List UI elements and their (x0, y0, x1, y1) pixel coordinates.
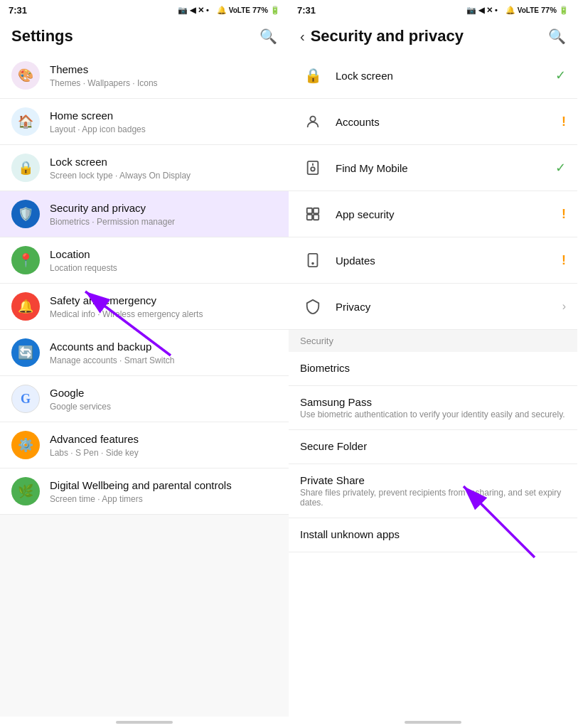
settings-item-themes[interactable]: 🎨 Themes Themes · Wallpapers · Icons (0, 53, 289, 99)
home-icon-circle: 🏠 (11, 107, 40, 136)
back-arrow-icon[interactable]: ‹ (300, 28, 305, 45)
advanced-title: Advanced features (50, 432, 277, 446)
samsung-pass-title: Samsung Pass (300, 396, 566, 408)
wellbeing-title: Digital Wellbeing and parental controls (50, 478, 277, 493)
safety-subtitle: Medical info · Wireless emergency alerts (50, 309, 277, 319)
security-item-privacy[interactable]: Privacy › (289, 284, 577, 330)
sec-accounts-icon (300, 109, 326, 134)
lock-title: Lock screen (50, 155, 277, 169)
security-item-find-mobile[interactable]: Find My Mobile ✓ (289, 145, 577, 191)
right-title: Security and privacy (311, 27, 464, 46)
home-title: Home screen (50, 109, 277, 123)
advanced-subtitle: Labs · S Pen · Side key (50, 448, 277, 458)
location-icon-circle: 📍 (11, 246, 40, 274)
location-text: Location Location requests (50, 247, 277, 273)
settings-item-safety[interactable]: 🔔 Safety and emergency Medical info · Wi… (0, 284, 289, 330)
sec-lock-icon: 🔒 (300, 63, 326, 88)
right-status-bar: 7:31 📷 ◀ ✕ • 🔔 VoLTE 77% 🔋 (289, 0, 577, 20)
accounts-backup-icon: 🔄 (18, 345, 33, 360)
safety-icon: 🔔 (18, 299, 33, 314)
settings-item-accounts-backup[interactable]: 🔄 Accounts and backup Manage accounts · … (0, 330, 289, 376)
left-bottom-bar (116, 721, 173, 724)
themes-icon-circle: 🎨 (11, 61, 40, 90)
secure-folder-title: Secure Folder (300, 440, 566, 452)
left-search-icon[interactable]: 🔍 (259, 28, 277, 45)
google-subtitle: Google services (50, 402, 277, 412)
security-text: Security and privacy Biometrics · Permis… (50, 201, 277, 227)
security-icon-circle: 🛡️ (11, 200, 40, 228)
right-panel: 7:31 📷 ◀ ✕ • 🔔 VoLTE 77% 🔋 ‹ Security an… (289, 0, 577, 728)
sec-app-security-title: App security (336, 208, 562, 220)
themes-title: Themes (50, 63, 277, 77)
sec-accounts-status: ! (562, 114, 566, 129)
sec-app-icon (300, 201, 326, 227)
settings-item-google[interactable]: G Google Google services (0, 376, 289, 422)
left-title: Settings (11, 27, 73, 46)
wellbeing-text: Digital Wellbeing and parental controls … (50, 478, 277, 504)
safety-text: Safety and emergency Medical info · Wire… (50, 294, 277, 319)
settings-item-home-screen[interactable]: 🏠 Home screen Layout · App icon badges (0, 99, 289, 145)
security-list: 🔒 Lock screen ✓ Accounts ! (289, 53, 577, 717)
security-item-updates[interactable]: Updates ! (289, 237, 577, 284)
right-header: ‹ Security and privacy 🔍 (289, 20, 577, 53)
advanced-text: Advanced features Labs · S Pen · Side ke… (50, 432, 277, 458)
security-section-header: Security (289, 330, 577, 352)
sec-lock-title: Lock screen (336, 70, 555, 82)
lock-subtitle: Screen lock type · Always On Display (50, 171, 277, 181)
svg-rect-7 (314, 208, 319, 213)
settings-item-advanced[interactable]: ⚙️ Advanced features Labs · S Pen · Side… (0, 422, 289, 469)
bio-item-install-unknown[interactable]: Install unknown apps (289, 518, 577, 552)
sec-privacy-chevron: › (562, 300, 566, 313)
wellbeing-subtitle: Screen time · App timers (50, 494, 277, 504)
security-title: Security and privacy (50, 201, 277, 215)
sec-app-security-status: ! (562, 207, 566, 222)
bio-item-private-share[interactable]: Private Share Share files privately, pre… (289, 464, 577, 518)
biometrics-title: Biometrics (300, 362, 566, 374)
security-icon: 🛡️ (18, 206, 33, 222)
security-item-app-security[interactable]: App security ! (289, 191, 577, 237)
left-panel: 7:31 📷 ◀ ✕ • 🔔 VoLTE 77% 🔋 Settings 🔍 🎨 … (0, 0, 289, 728)
security-item-lock-screen[interactable]: 🔒 Lock screen ✓ (289, 53, 577, 99)
right-header-back: ‹ Security and privacy (300, 27, 464, 46)
sec-updates-icon (300, 247, 326, 273)
security-subtitle: Biometrics · Permission manager (50, 217, 277, 227)
lock-icon-circle: 🔒 (11, 154, 40, 182)
left-header: Settings 🔍 (0, 20, 289, 53)
right-search-icon[interactable]: 🔍 (548, 28, 566, 45)
sec-find-title: Find My Mobile (336, 162, 555, 174)
accounts-backup-icon-circle: 🔄 (11, 338, 40, 367)
safety-title: Safety and emergency (50, 294, 277, 308)
svg-rect-9 (314, 215, 319, 220)
sec-find-status: ✓ (555, 160, 566, 176)
location-icon: 📍 (18, 252, 33, 268)
install-unknown-title: Install unknown apps (300, 528, 566, 540)
settings-item-lock-screen[interactable]: 🔒 Lock screen Screen lock type · Always … (0, 145, 289, 191)
google-icon-circle: G (11, 385, 40, 413)
right-time: 7:31 (297, 5, 316, 16)
location-subtitle: Location requests (50, 263, 277, 273)
settings-item-location[interactable]: 📍 Location Location requests (0, 237, 289, 284)
themes-subtitle: Themes · Wallpapers · Icons (50, 78, 277, 88)
sec-accounts-title: Accounts (336, 116, 562, 128)
security-item-accounts[interactable]: Accounts ! (289, 99, 577, 145)
bio-item-biometrics[interactable]: Biometrics (289, 352, 577, 386)
svg-point-11 (312, 263, 314, 264)
left-status-bar: 7:31 📷 ◀ ✕ • 🔔 VoLTE 77% 🔋 (0, 0, 289, 20)
svg-rect-8 (307, 215, 312, 220)
lock-icon: 🔒 (18, 160, 33, 176)
themes-text: Themes Themes · Wallpapers · Icons (50, 63, 277, 88)
bio-item-samsung-pass[interactable]: Samsung Pass Use biometric authenticatio… (289, 386, 577, 430)
settings-item-security-privacy[interactable]: 🛡️ Security and privacy Biometrics · Per… (0, 191, 289, 237)
google-text: Google Google services (50, 386, 277, 412)
right-bottom-bar (405, 721, 461, 724)
themes-icon: 🎨 (18, 68, 33, 83)
accounts-backup-text: Accounts and backup Manage accounts · Sm… (50, 340, 277, 365)
advanced-icon-circle: ⚙️ (11, 431, 40, 459)
wellbeing-icon-circle: 🌿 (11, 477, 40, 505)
sec-lock-status: ✓ (555, 68, 566, 83)
advanced-icon: ⚙️ (18, 437, 33, 453)
sec-privacy-title: Privacy (336, 301, 562, 313)
svg-point-2 (310, 117, 315, 122)
settings-item-wellbeing[interactable]: 🌿 Digital Wellbeing and parental control… (0, 469, 289, 515)
bio-item-secure-folder[interactable]: Secure Folder (289, 430, 577, 464)
